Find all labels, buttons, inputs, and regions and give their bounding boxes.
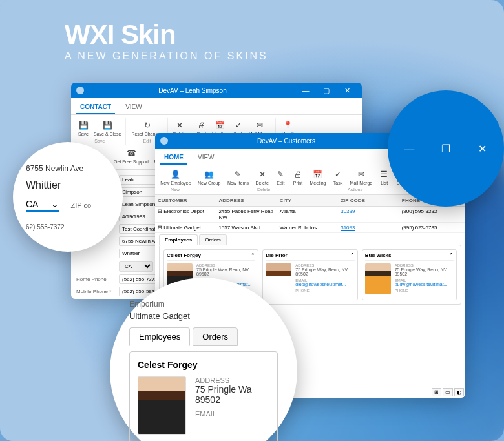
ribbon-save[interactable]: 💾Save [76, 119, 90, 138]
zoom-emporium: Emporium [129, 300, 278, 309]
avatar [266, 263, 291, 294]
col-address[interactable]: ADDRESS [218, 198, 279, 203]
window-title: DevAV – Customers [173, 138, 399, 145]
zoom-avatar [138, 376, 186, 435]
status-icon[interactable]: ⊞ [432, 388, 441, 396]
zoom-ultimate: Ultimate Gadget [129, 311, 278, 321]
zoom-employee-name: Celest Forgey [138, 360, 269, 370]
chevron-down-icon: ⌄ [51, 199, 59, 209]
zoom-address-value: 75 Pringle Wa [195, 384, 251, 395]
minimize-button[interactable]: — [296, 84, 315, 97]
ribbon-edit[interactable]: ✎Edit [273, 168, 288, 187]
maximize-button[interactable]: ▢ [317, 84, 336, 97]
zoom-tab-employees[interactable]: Employees [129, 327, 190, 346]
hero-title: WXI Skin [65, 19, 268, 50]
zoom-zip-label: ZIP co [70, 201, 91, 209]
zoom-address-label: ADDRESS [195, 376, 251, 384]
zoom-window-controls: — ❐ ✕ [388, 90, 504, 207]
tab-view[interactable]: VIEW [121, 101, 146, 114]
restore-icon[interactable]: ❐ [437, 137, 455, 160]
ribbon-delete[interactable]: ✕Delete [254, 168, 271, 187]
ribbon-print[interactable]: 🖨Print [291, 168, 305, 187]
ribbon-save-&-close[interactable]: 💾Save & Close [92, 119, 123, 138]
avatar [365, 263, 391, 294]
col-city[interactable]: CITY [280, 198, 341, 203]
titlebar[interactable]: DevAV – Leah Simpson — ▢ ✕ [71, 83, 362, 98]
ribbon-new-employee[interactable]: 👤New Employee [158, 168, 193, 187]
chevron-up-icon[interactable]: ⌃ [449, 252, 454, 258]
label-homephone: Home Phone [76, 276, 115, 282]
minimize-icon[interactable]: — [401, 137, 418, 160]
zoom-phone: 62) 555-7372 [26, 223, 110, 231]
col-customer[interactable]: CUSTOMER [158, 198, 218, 203]
ribbon-new-items[interactable]: ✎New Items [226, 168, 251, 187]
app-icon [160, 137, 168, 145]
label-mobile: Mobile Phone * [76, 289, 115, 294]
window-title: DevAV – Leah Simpson [89, 87, 296, 94]
zoom-state-select[interactable]: CA⌄ [26, 199, 59, 212]
chevron-up-icon[interactable]: ⌃ [350, 252, 355, 258]
table-row[interactable]: ⊞ Electronics Depot2455 Paces Ferry Road… [155, 207, 465, 223]
ribbon-meeting[interactable]: 📅Meeting [308, 168, 328, 187]
ribbon-new-group[interactable]: 👥New Group [196, 168, 222, 187]
zoom-address: 6755 Newlin Ave Whittier CA⌄ ZIP co 62) … [13, 142, 123, 252]
ribbon-list[interactable]: ☰List [377, 168, 392, 187]
select-state[interactable]: CA [119, 261, 153, 272]
employee-card[interactable]: Die Prior⌃ADDRESS75 Pringle Way, Reno, N… [262, 249, 357, 300]
status-icon[interactable]: ◐ [454, 388, 464, 396]
close-icon[interactable]: ✕ [474, 137, 491, 160]
tab-home[interactable]: HOME [160, 151, 187, 165]
zoom-email-label: EMAIL [195, 410, 251, 418]
ribbon-get-free-support[interactable]: ☎Get Free Support [112, 147, 151, 165]
subtab-orders[interactable]: Orders [199, 234, 226, 245]
subtab-employees[interactable]: Employees [159, 234, 198, 245]
status-icon[interactable]: ▭ [443, 388, 453, 396]
app-icon [76, 87, 84, 94]
zoom-zip-value: 89502 [195, 395, 251, 405]
ribbon-mail-merge[interactable]: ✉Mail Merge [348, 168, 375, 187]
tab-contact[interactable]: CONTACT [76, 101, 115, 114]
close-button[interactable]: ✕ [337, 84, 357, 97]
table-row[interactable]: ⊞ Ultimate Gadget1557 Watson BlvdWarner … [155, 223, 465, 233]
zoom-tab-orders[interactable]: Orders [193, 327, 238, 346]
employee-card[interactable]: Bud Wicks⌃ADDRESS75 Pringle Way, Reno, N… [362, 249, 457, 300]
tab-view[interactable]: VIEW [194, 151, 218, 165]
zoom-employee-card: Emporium Ultimate Gadget Employees Order… [110, 278, 297, 441]
col-zip[interactable]: ZIP CODE [341, 198, 401, 203]
chevron-up-icon[interactable]: ⌃ [251, 252, 255, 258]
hero-subtitle: A NEW GENERATION OF SKINS [65, 50, 268, 62]
zoom-city: Whittier [26, 179, 110, 191]
ribbon-task[interactable]: ✓Task [331, 168, 345, 187]
zoom-address-line: 6755 Newlin Ave [26, 164, 110, 173]
